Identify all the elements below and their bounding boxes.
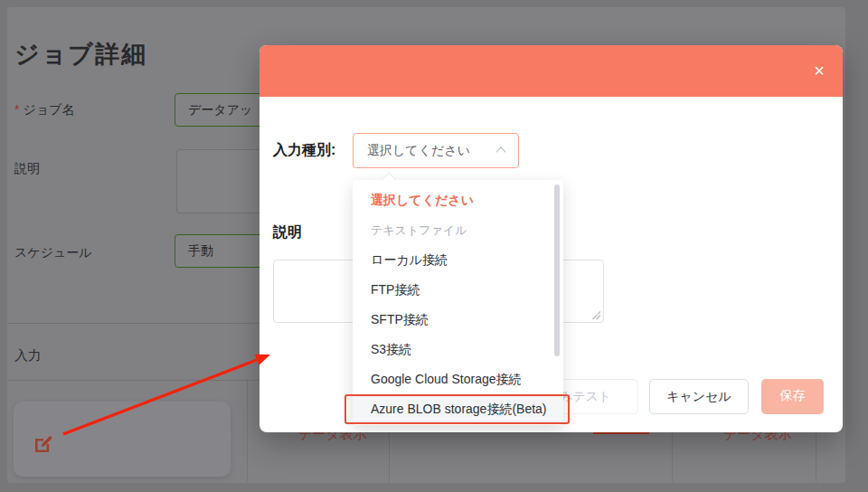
dropdown-option-azure-blob[interactable]: Azure BLOB storage接続(Beta): [353, 394, 563, 424]
dropdown-option-ftp[interactable]: FTP接続: [353, 275, 563, 305]
edit-icon[interactable]: [33, 433, 54, 455]
schedule-label: スケジュール: [14, 245, 92, 261]
job-name-label: *ジョブ名: [14, 102, 74, 118]
dropdown-scrollbar[interactable]: [554, 184, 560, 356]
modal-description-label: 説明: [273, 223, 302, 242]
dropdown-group-text-file: テキストファイル: [353, 215, 563, 245]
description-label: 説明: [14, 161, 40, 177]
table-column-divider: [247, 380, 248, 482]
input-type-select[interactable]: 選択してください: [353, 133, 519, 168]
input-type-label: 入力種別:: [273, 141, 335, 160]
cancel-button[interactable]: キャンセル: [649, 379, 749, 414]
dropdown-option-s3[interactable]: S3接続: [353, 335, 563, 364]
screen: ジョブ詳細 *ジョブ名 データアッ 説明 スケジュール 手動 入力 データ表示 …: [0, 0, 868, 492]
dropdown-option-sftp[interactable]: SFTP接続: [353, 305, 563, 335]
close-icon[interactable]: ×: [814, 59, 825, 82]
dropdown-option-placeholder[interactable]: 選択してください: [353, 185, 563, 215]
required-asterisk: *: [14, 102, 19, 117]
dropdown-option-gcs[interactable]: Google Cloud Storage接続: [353, 364, 563, 394]
input-type-dropdown: 選択してください テキストファイル ローカル接続 FTP接続 SFTP接続 S3…: [353, 180, 563, 425]
chevron-up-icon: [495, 147, 505, 156]
resize-grip-icon[interactable]: [591, 310, 600, 319]
modal-header: ×: [259, 45, 843, 97]
select-placeholder-value: 選択してください: [367, 134, 470, 167]
page-title: ジョブ詳細: [14, 38, 147, 71]
dropdown-option-local[interactable]: ローカル接続: [353, 245, 563, 275]
save-button[interactable]: 保存: [761, 379, 824, 414]
input-section-label: 入力: [14, 347, 42, 364]
